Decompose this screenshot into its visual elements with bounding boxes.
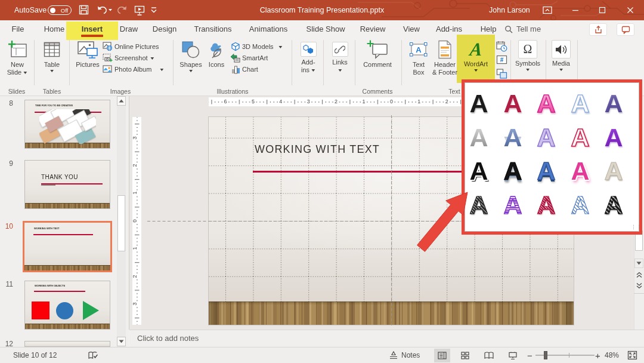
tab-home[interactable]: Home	[44, 20, 65, 38]
wordart-style-tile[interactable]: A	[498, 190, 528, 220]
wordart-style-tile[interactable]: A	[531, 122, 561, 152]
tab-animations[interactable]: Animations	[249, 20, 287, 38]
wordart-style-tile[interactable]: A	[565, 88, 595, 118]
wordart-style-tile[interactable]: A	[464, 122, 494, 152]
pictures-button[interactable]: Pictures	[73, 39, 103, 69]
spell-check-button[interactable]	[88, 347, 98, 363]
panel-scroll-up-button[interactable]	[117, 96, 126, 106]
links-button[interactable]: Links ▼	[327, 39, 352, 74]
close-button[interactable]	[616, 0, 644, 20]
view-reading-button[interactable]	[481, 349, 497, 362]
wordart-style-tile[interactable]: A	[565, 122, 595, 152]
notes-toggle-button[interactable]: Notes	[389, 347, 420, 363]
slide-thumbnail-10[interactable]: WORKING WITH TEXT	[24, 223, 110, 270]
wordart-style-tile[interactable]: A	[464, 190, 494, 220]
wordart-style-tile[interactable]: A	[599, 156, 628, 186]
shapes-label: Shapes	[179, 61, 202, 68]
next-slide-button[interactable]	[634, 281, 643, 291]
tab-draw[interactable]: Draw	[120, 20, 138, 38]
view-normal-button[interactable]	[434, 349, 450, 362]
symbols-button[interactable]: Ω Symbols▼	[513, 39, 542, 72]
minimize-button[interactable]	[562, 0, 589, 20]
panel-scroll-down-button[interactable]	[117, 337, 126, 346]
zoom-slider-thumb[interactable]	[544, 351, 547, 359]
slide-thumbnail-8[interactable]: TIME FOR YOU TO BE CREATIVE	[24, 100, 110, 149]
ribbon-display-options-button[interactable]	[535, 0, 559, 20]
view-slideshow-button[interactable]	[504, 349, 521, 362]
3d-models-icon	[231, 42, 240, 51]
wordart-style-tile[interactable]: A	[531, 88, 561, 118]
text-box-button[interactable]: A Text Box	[405, 39, 432, 76]
wordart-style-tile[interactable]: A	[565, 156, 595, 186]
wordart-style-tile[interactable]: A	[498, 88, 528, 118]
normal-view-icon	[438, 352, 447, 359]
share-button[interactable]	[589, 23, 607, 36]
wordart-style-tile[interactable]: A	[599, 88, 628, 118]
photo-album-button[interactable]: Photo Album ▼	[103, 64, 164, 75]
tell-me-search[interactable]: Tell me	[504, 20, 541, 38]
wordart-style-tile[interactable]: A	[498, 156, 528, 186]
date-time-button[interactable]	[496, 41, 507, 52]
tab-slide-show[interactable]: Slide Show	[306, 20, 345, 38]
tab-view[interactable]: View	[403, 20, 420, 38]
comments-button[interactable]	[617, 23, 634, 36]
slide-thumbnail-9[interactable]: THANK YOU	[24, 160, 110, 209]
media-button[interactable]: Media▼	[547, 39, 575, 72]
wordart-style-tile[interactable]: A	[498, 122, 528, 152]
group-label-images: Images	[110, 88, 131, 95]
smartart-button[interactable]: SmartArt	[230, 53, 268, 63]
triangle-down-icon	[119, 340, 124, 343]
triangle-up-icon	[119, 99, 124, 103]
photo-album-icon	[103, 64, 113, 74]
icons-button[interactable]: Icons	[203, 39, 230, 69]
online-pictures-button[interactable]: Online Pictures	[103, 41, 159, 52]
slide-thumbnail-10-selection[interactable]: WORKING WITH TEXT	[23, 221, 112, 272]
maximize-button[interactable]	[589, 0, 615, 20]
wordart-style-tile[interactable]: A	[599, 190, 628, 220]
slide-thumbnail-11[interactable]: WORKING WITH OBJECTS	[24, 281, 110, 330]
new-slide-button[interactable]: New Slide ▼	[2, 39, 32, 76]
editor-scroll-down-button[interactable]	[634, 259, 643, 268]
tab-design[interactable]: Design	[153, 20, 177, 38]
tab-review[interactable]: Review	[360, 20, 386, 38]
notes-pane[interactable]: Click to add notes	[129, 330, 644, 347]
thumb-wall	[25, 342, 110, 346]
gallery-resize-grip[interactable]: ⋮⋮	[631, 224, 637, 230]
tab-file[interactable]: File	[12, 20, 24, 38]
slide-indicator: Slide 10 of 12	[13, 347, 57, 363]
wordart-style-tile[interactable]: A	[599, 122, 628, 152]
tab-transitions[interactable]: Transitions	[194, 20, 231, 38]
previous-slide-button[interactable]	[634, 270, 643, 280]
wordart-style-tile[interactable]: A	[531, 156, 561, 186]
screenshot-button[interactable]: Screenshot ▼	[103, 53, 154, 63]
3d-models-button[interactable]: 3D Models ▼	[230, 41, 283, 52]
notes-placeholder[interactable]: Click to add notes	[137, 334, 199, 343]
view-slide-sorter-button[interactable]	[457, 349, 473, 362]
smartart-icon	[230, 53, 240, 63]
account-name[interactable]: John Larson	[489, 0, 530, 20]
zoom-level[interactable]: 48%	[605, 347, 619, 363]
shapes-button[interactable]: Shapes▼	[177, 39, 205, 73]
zoom-out-button[interactable]: −	[527, 347, 532, 363]
slide-thumbnail-12[interactable]	[24, 341, 110, 347]
object-icon	[496, 68, 507, 79]
fit-to-window-button[interactable]	[627, 347, 637, 363]
svg-text:#: #	[500, 57, 504, 63]
icons-label: Icons	[209, 61, 224, 68]
reading-view-icon	[484, 352, 494, 359]
wordart-style-tile[interactable]: A	[464, 156, 494, 186]
triangle-down-icon	[636, 262, 642, 265]
table-button[interactable]: Table▼	[37, 39, 67, 73]
chart-button[interactable]: Chart	[230, 64, 258, 75]
slide-title-text[interactable]: WORKING WITH TEXT	[255, 143, 380, 156]
wordart-style-tile[interactable]: A	[464, 88, 494, 118]
insert-tab-highlight[interactable]: Insert	[66, 21, 118, 40]
zoom-in-button[interactable]: +	[595, 347, 600, 363]
add-ins-button[interactable]: Add- ins ▼	[296, 39, 321, 74]
insert-object-button[interactable]	[496, 68, 507, 79]
wordart-style-tile[interactable]: A	[565, 190, 595, 220]
wordart-style-tile[interactable]: A	[531, 190, 561, 220]
comment-button[interactable]: Comment	[358, 39, 397, 69]
panel-scrollbar-thumb[interactable]	[117, 195, 125, 251]
slide-number-button[interactable]: #	[496, 54, 507, 66]
